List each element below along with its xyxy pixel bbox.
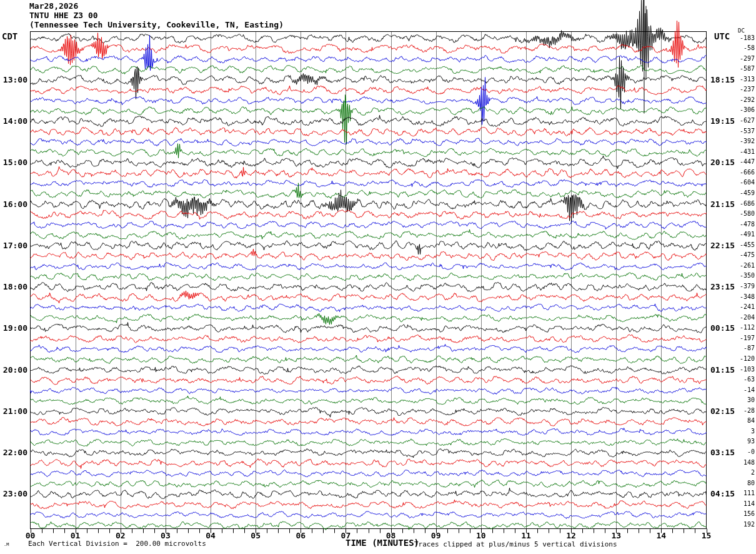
dc-value: -350 — [730, 272, 755, 279]
dc-value: 3 — [730, 428, 755, 435]
dc-value: -580 — [730, 210, 755, 217]
left-hour-label: 21:00 — [0, 406, 27, 416]
dc-value: -455 — [730, 241, 755, 248]
left-hour-label: 16:00 — [0, 199, 27, 209]
dc-value: -627 — [730, 117, 755, 124]
dc-value: -297 — [730, 55, 755, 62]
x-tick-label: 14 — [649, 531, 674, 540]
x-tick-label: 10 — [469, 531, 494, 540]
dc-value: -120 — [730, 355, 755, 362]
left-hour-label: 22:00 — [0, 448, 27, 457]
left-hour-label: 14:00 — [0, 116, 27, 126]
dc-value: -0 — [730, 448, 755, 455]
dc-value: -537 — [730, 128, 755, 134]
dc-value: -204 — [730, 314, 755, 321]
left-timezone-label: CDT — [2, 31, 17, 41]
dc-value: -686 — [730, 200, 755, 207]
x-tick-label: 01 — [63, 531, 88, 540]
dc-value: -197 — [730, 335, 755, 341]
seismogram-canvas — [0, 0, 756, 554]
dc-value: 114 — [730, 500, 755, 507]
x-tick-label: 04 — [198, 531, 223, 540]
dc-value: -112 — [730, 324, 755, 331]
left-hour-label: 20:00 — [0, 365, 27, 375]
x-tick-label: 05 — [243, 531, 268, 540]
dc-value: -313 — [730, 76, 755, 83]
left-hour-label: 13:00 — [0, 75, 27, 84]
dc-value: -491 — [730, 231, 755, 238]
header-station: TNTU HHE Z3 00 — [29, 11, 98, 20]
dc-value: -241 — [730, 303, 755, 310]
dc-value: -87 — [730, 345, 755, 351]
dc-value: -14 — [730, 386, 755, 393]
x-tick-label: 13 — [604, 531, 629, 540]
dc-value: 156 — [730, 510, 755, 517]
dc-value: -475 — [730, 251, 755, 258]
dc-value: 30 — [730, 396, 755, 403]
corner-mark: .M — [4, 542, 9, 547]
x-tick-label: 12 — [559, 531, 584, 540]
right-timezone-label: UTC — [714, 31, 730, 41]
dc-value: 192 — [730, 521, 755, 528]
left-hour-label: 18:00 — [0, 282, 27, 291]
dc-value: -28 — [730, 407, 755, 414]
dc-value: -478 — [730, 221, 755, 228]
x-tick-label: 06 — [288, 531, 313, 540]
x-tick-label: 00 — [18, 531, 43, 540]
dc-value: -58 — [730, 44, 755, 51]
dc-value: -666 — [730, 169, 755, 176]
x-tick-label: 11 — [514, 531, 539, 540]
header-date: Mar28,2026 — [29, 1, 78, 11]
left-hour-label: 15:00 — [0, 158, 27, 167]
dc-value: -292 — [730, 96, 755, 103]
left-hour-label: 23:00 — [0, 489, 27, 498]
dc-value: -447 — [730, 158, 755, 165]
x-tick-label: 02 — [108, 531, 133, 540]
scale-note: Each Vertical Division = 200.00 microvol… — [28, 540, 206, 548]
dc-value: -306 — [730, 106, 755, 113]
dc-value: -63 — [730, 376, 755, 383]
header-location: (Tennessee Tech University, Cookeville, … — [29, 20, 284, 29]
dc-value: -261 — [730, 262, 755, 269]
helicorder-page: Mar28,2026 TNTU HHE Z3 00 (Tennessee Tec… — [0, 0, 756, 554]
dc-value: -103 — [730, 366, 755, 373]
dc-column-header: DC — [738, 28, 745, 34]
dc-value: -379 — [730, 283, 755, 290]
left-hour-label: 17:00 — [0, 241, 27, 250]
dc-value: -587 — [730, 65, 755, 72]
dc-value: -431 — [730, 148, 755, 155]
x-tick-label: 09 — [424, 531, 449, 540]
clip-note: Traces clipped at plus/minus 5 vertical … — [414, 540, 617, 548]
dc-value: -604 — [730, 179, 755, 186]
dc-value: 80 — [730, 480, 755, 486]
dc-value: -392 — [730, 138, 755, 144]
dc-value: 2 — [730, 469, 755, 476]
dc-value: -237 — [730, 86, 755, 93]
x-tick-label: 03 — [153, 531, 178, 540]
left-hour-label: 19:00 — [0, 323, 27, 333]
dc-value: 93 — [730, 438, 755, 445]
dc-value: -459 — [730, 189, 755, 196]
x-tick-label: 15 — [694, 531, 719, 540]
x-axis-title: TIME (MINUTES) — [346, 538, 419, 548]
dc-value: 111 — [730, 490, 755, 496]
dc-value: -348 — [730, 293, 755, 300]
dc-value: -183 — [730, 34, 755, 41]
dc-value: 84 — [730, 417, 755, 424]
dc-value: 148 — [730, 459, 755, 466]
